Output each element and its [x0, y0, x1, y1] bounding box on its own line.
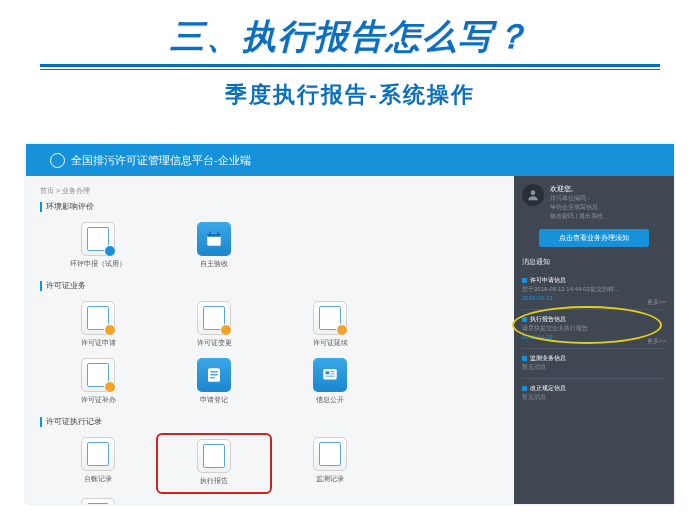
guide-button[interactable]: 点击查看业务办理须知 [539, 229, 649, 247]
svg-rect-2 [210, 232, 212, 236]
icon-label: 台账记录 [40, 474, 156, 484]
more-link[interactable]: 更多>> [647, 298, 666, 307]
status-text: 等待企业填写信息 [550, 203, 666, 212]
certificate-icon [81, 301, 115, 335]
svg-rect-10 [331, 371, 335, 372]
icon-label: 执行报告 [158, 476, 270, 486]
certificate-icon [81, 358, 115, 392]
notice-body: 您于2019-08-12 14:44:02提交的材... [522, 285, 666, 294]
icon-apply-register[interactable]: 申请登记 [156, 354, 272, 411]
news-icon [313, 358, 347, 392]
icon-monitor-record[interactable]: 监测记录 [272, 433, 388, 494]
section-exec-title: 许可证执行记录 [40, 417, 500, 427]
icon-label: 自主验收 [156, 259, 272, 269]
document-check-icon [81, 498, 115, 504]
avatar-icon [522, 184, 544, 206]
icon-label: 信息公开 [272, 395, 388, 405]
report-icon-text: 执行 [207, 451, 221, 461]
section-eia-title: 环境影响评价 [40, 202, 500, 212]
icon-label: 许可证延续 [272, 338, 388, 348]
icon-permit-renew[interactable]: 许可证延续 [272, 297, 388, 354]
logo-seal-icon [50, 153, 65, 168]
app-screenshot: 全国排污许可证管理信息平台-企业端 首页 > 业务办理 环境影响评价 环评申报（… [26, 144, 674, 504]
main-content: 首页 > 业务办理 环境影响评价 环评申报（试用） 自主验收 [26, 176, 514, 504]
breadcrumb[interactable]: 首页 > 业务办理 [40, 186, 500, 196]
bullet-icon [522, 356, 527, 361]
exec-grid: 台账记录 执行 执行报告 监测记录 [40, 433, 500, 504]
icon-info-public[interactable]: 信息公开 [272, 354, 388, 411]
notice-body: 暂无消息 [522, 363, 666, 372]
notice-correction[interactable]: 改正规定信息 暂无消息 [522, 379, 666, 408]
slide-title: 三、执行报告怎么写？ [0, 0, 700, 64]
report-icon: 执行 [197, 439, 231, 473]
slide-subtitle: 季度执行报告-系统操作 [0, 70, 700, 118]
icon-ledger[interactable]: 台账记录 [40, 433, 156, 494]
svg-rect-11 [331, 374, 335, 375]
notice-date: 2019-08-13 [522, 294, 666, 303]
svg-rect-5 [210, 371, 218, 372]
user-panel: 欢迎您, 排污单位编码： 等待企业填写信息 修改密码 | 退出系统 [522, 184, 666, 221]
icon-label: 许可证申请 [40, 338, 156, 348]
icon-permit-apply[interactable]: 许可证申请 [40, 297, 156, 354]
svg-point-16 [531, 190, 536, 195]
topbar-title: 全国排污许可证管理信息平台-企业端 [71, 144, 251, 176]
svg-rect-7 [210, 377, 215, 378]
notice-body: 暂无消息 [522, 393, 666, 402]
icon-label: 许可证变更 [156, 338, 272, 348]
line-chart-icon [313, 437, 347, 471]
calendar-icon [197, 222, 231, 256]
svg-rect-3 [217, 232, 219, 236]
notice-exec-report[interactable]: 执行报告信息 请尽快提交企业执行报告 2019-04-18 更多>> [522, 310, 666, 349]
notice-monitor[interactable]: 监测业务信息 暂无消息 [522, 349, 666, 379]
notice-title: 改正规定信息 [530, 385, 566, 391]
form-icon [197, 358, 231, 392]
bullet-icon [522, 278, 527, 283]
svg-rect-1 [207, 234, 221, 237]
bullet-icon [522, 386, 527, 391]
certificate-icon [313, 301, 347, 335]
svg-rect-8 [323, 369, 337, 380]
svg-rect-12 [326, 376, 335, 377]
section-permit-title: 许可证业务 [40, 281, 500, 291]
highlight-ellipse-icon [512, 306, 662, 344]
icon-label: 监测记录 [272, 474, 388, 484]
account-links[interactable]: 修改密码 | 退出系统 [550, 212, 666, 221]
notice-permit-apply[interactable]: 许可申请信息 您于2019-08-12 14:44:02提交的材... 2019… [522, 271, 666, 310]
welcome-text: 欢迎您, [550, 184, 666, 193]
unit-code-label: 排污单位编码： [550, 194, 666, 203]
notice-title: 监测业务信息 [530, 355, 566, 361]
svg-rect-9 [326, 371, 330, 374]
notice-section-title: 消息通知 [522, 257, 666, 267]
notice-title: 许可申请信息 [530, 277, 566, 283]
icon-label: 许可证补办 [40, 395, 156, 405]
sidebar: 欢迎您, 排污单位编码： 等待企业填写信息 修改密码 | 退出系统 点击查看业务… [514, 176, 674, 504]
document-icon [81, 222, 115, 256]
bar-chart-icon [81, 437, 115, 471]
icon-exec-report[interactable]: 执行 执行报告 [156, 433, 272, 494]
app-topbar: 全国排污许可证管理信息平台-企业端 [26, 144, 674, 176]
permit-grid: 许可证申请 许可证变更 许可证延续 许可证补办 [40, 297, 500, 411]
icon-permit-reissue[interactable]: 许可证补办 [40, 354, 156, 411]
certificate-icon [197, 301, 231, 335]
svg-rect-6 [210, 374, 218, 375]
icon-correction[interactable]: 改正规定 [40, 494, 156, 504]
icon-label: 申请登记 [156, 395, 272, 405]
icon-eia-apply[interactable]: 环评申报（试用） [40, 218, 156, 275]
eia-grid: 环评申报（试用） 自主验收 [40, 218, 500, 275]
icon-permit-change[interactable]: 许可证变更 [156, 297, 272, 354]
icon-label: 环评申报（试用） [40, 259, 156, 269]
icon-self-acceptance[interactable]: 自主验收 [156, 218, 272, 275]
more-link[interactable]: 更多>> [647, 337, 666, 346]
